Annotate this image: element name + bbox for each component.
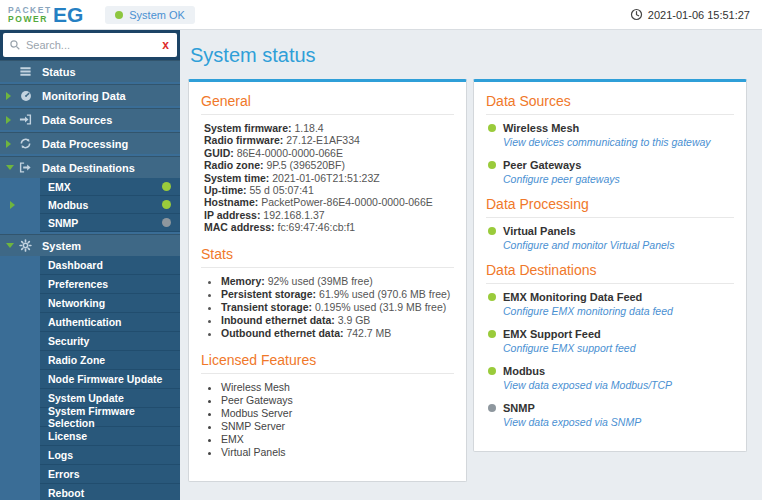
page-title: System status <box>190 44 762 67</box>
stat-item: Memory: 92% used (39MB free) <box>221 275 454 288</box>
data-flow-panel: Data Sources Wireless Mesh View devices … <box>473 79 747 452</box>
sidebar-subitem-label: Reboot <box>48 487 171 499</box>
sidebar-subitem-logs[interactable]: Logs <box>0 446 180 465</box>
sidebar-subitem-label: Modbus <box>48 199 162 211</box>
sidebar-subitem-reboot[interactable]: Reboot <box>0 484 180 500</box>
sidebar-item-label: Status <box>42 66 76 78</box>
status-dot-icon <box>488 124 496 132</box>
data-processing-heading: Data Processing <box>486 196 734 218</box>
sidebar-item-data-sources[interactable]: Data Sources <box>0 108 180 130</box>
kv-row: Radio firmware: 27.12-E1AF334 <box>201 134 454 146</box>
item-link[interactable]: Configure and monitor Virtual Panels <box>503 239 734 251</box>
sidebar-subitem-license[interactable]: License <box>0 427 180 446</box>
chevron-right-icon <box>6 116 19 124</box>
list-icon <box>19 65 35 79</box>
chevron-right-icon <box>10 201 23 209</box>
sidebar-subitem-radio-zone[interactable]: Radio Zone <box>0 351 180 370</box>
kv-row: System firmware: 1.18.4 <box>201 122 454 134</box>
sidebar-subitem-node-firmware-update[interactable]: Node Firmware Update <box>0 370 180 389</box>
sidebar-item-label: Data Processing <box>42 138 128 150</box>
sidebar-item-status[interactable]: Status <box>0 60 180 82</box>
sidebar-item-label: Data Sources <box>42 114 112 126</box>
stats-heading: Stats <box>201 246 454 268</box>
data-destination-snmp: SNMP View data exposed via SNMP <box>488 402 734 428</box>
sidebar-subitem-preferences[interactable]: Preferences <box>0 275 180 294</box>
sidebar-subitem-dashboard[interactable]: Dashboard <box>0 256 180 275</box>
sidebar-subitem-label: Authentication <box>48 316 171 328</box>
gear-icon <box>19 239 35 253</box>
logo-product: EG <box>53 4 83 26</box>
chevron-down-icon <box>6 165 19 170</box>
item-link[interactable]: View data exposed via SNMP <box>503 416 734 428</box>
sign-out-icon <box>19 161 35 175</box>
item-name: Virtual Panels <box>503 225 576 237</box>
gauge-icon <box>19 89 35 103</box>
status-dot-icon <box>488 330 496 338</box>
clock-icon <box>630 8 643 21</box>
sidebar-item-system[interactable]: System <box>0 234 180 256</box>
sidebar-subitem-modbus[interactable]: Modbus <box>0 196 180 214</box>
status-dot-icon <box>488 161 496 169</box>
sidebar-subitem-emx[interactable]: EMX <box>0 178 180 196</box>
licensed-feature-item: Virtual Panels <box>221 446 454 459</box>
sidebar-item-label: System <box>42 240 81 252</box>
sidebar-subitem-label: Errors <box>48 468 171 480</box>
item-name: EMX Monitoring Data Feed <box>503 291 642 303</box>
search-input[interactable] <box>26 39 160 51</box>
status-dot-icon <box>488 367 496 375</box>
sidebar-subitem-security[interactable]: Security <box>0 332 180 351</box>
status-dot-icon <box>488 227 496 235</box>
sidebar-subitem-system-firmware-selection[interactable]: System Firmware Selection <box>0 408 180 427</box>
item-link[interactable]: Configure EMX support feed <box>503 342 734 354</box>
data-destinations-heading: Data Destinations <box>486 262 734 284</box>
sidebar-subitem-snmp[interactable]: SNMP <box>0 214 180 232</box>
sidebar-item-monitoring-data[interactable]: Monitoring Data <box>0 84 180 106</box>
kv-row: Up-time: 55 d 05:07:41 <box>201 184 454 196</box>
kv-row: GUID: 86E4-0000-0000-066E <box>201 147 454 159</box>
stat-item: Outbound ethernet data: 742.7 MB <box>221 327 454 340</box>
licensed-feature-item: EMX <box>221 433 454 446</box>
main-content: System status General System firmware: 1… <box>180 30 762 500</box>
sidebar-subitem-label: Security <box>48 335 171 347</box>
item-link[interactable]: View data exposed via Modbus/TCP <box>503 379 734 391</box>
item-link[interactable]: Configure EMX monitoring data feed <box>503 305 734 317</box>
sidebar-item-data-processing[interactable]: Data Processing <box>0 132 180 154</box>
sidebar-subitem-label: Logs <box>48 449 171 461</box>
kv-row: MAC address: fc:69:47:46:cb:f1 <box>201 221 454 233</box>
sidebar-subitem-label: Preferences <box>48 278 171 290</box>
sidebar-subitem-label: EMX <box>48 181 162 193</box>
licensed-feature-item: SNMP Server <box>221 420 454 433</box>
status-dot-icon <box>488 293 496 301</box>
item-link[interactable]: Configure peer gateways <box>503 173 734 185</box>
sidebar-subitem-authentication[interactable]: Authentication <box>0 313 180 332</box>
search-clear-button[interactable]: x <box>160 39 171 51</box>
system-info-panel: General System firmware: 1.18.4 Radio fi… <box>188 79 467 482</box>
item-link[interactable]: View devices communicating to this gatew… <box>503 136 734 148</box>
sidebar-subitem-label: System Update <box>48 392 171 404</box>
data-destination-emx-monitoring: EMX Monitoring Data Feed Configure EMX m… <box>488 291 734 317</box>
sidebar-subitem-networking[interactable]: Networking <box>0 294 180 313</box>
system-status-badge[interactable]: System OK <box>105 6 195 24</box>
data-sources-heading: Data Sources <box>486 93 734 115</box>
sidebar-subitem-errors[interactable]: Errors <box>0 465 180 484</box>
sign-in-icon <box>19 113 35 127</box>
logo-line2: POWER <box>8 15 52 24</box>
sidebar-item-data-destinations[interactable]: Data Destinations <box>0 156 180 178</box>
item-name: Wireless Mesh <box>503 122 579 134</box>
licensed-features-heading: Licensed Features <box>201 352 454 374</box>
status-dot-icon <box>162 200 171 209</box>
header: PACKET POWER EG System OK 2021-01-06 15:… <box>0 0 762 30</box>
packet-power-logo: PACKET POWER EG <box>8 4 83 26</box>
sidebar-subitem-label: License <box>48 430 171 442</box>
sidebar-subitem-label: Radio Zone <box>48 354 171 366</box>
chevron-down-icon <box>6 243 19 248</box>
sidebar-nav: x Status Monitoring Data Data Sources Da… <box>0 30 180 500</box>
item-name: Modbus <box>503 365 545 377</box>
status-dot-icon <box>162 182 171 191</box>
kv-row: Hostname: PacketPower-86E4-0000-0000-066… <box>201 196 454 208</box>
sidebar-subitem-label: Node Firmware Update <box>48 373 171 385</box>
kv-row: IP address: 192.168.1.37 <box>201 209 454 221</box>
data-source-peer-gateways: Peer Gateways Configure peer gateways <box>488 159 734 185</box>
status-dot-icon <box>488 404 496 412</box>
kv-row: Radio zone: 9P.5 (396520BF) <box>201 159 454 171</box>
